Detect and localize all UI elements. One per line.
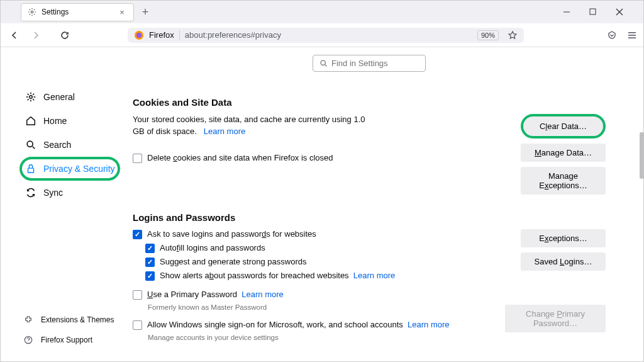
svg-point-15 — [321, 60, 325, 65]
breach-alerts-checkbox[interactable] — [145, 271, 155, 281]
sidebar-item-support[interactable]: Firefox Support — [19, 330, 120, 350]
sso-hint: Manage accounts in your device settings — [148, 334, 511, 341]
sidebar: General Home Search Privacy & Security S… — [1, 47, 126, 361]
svg-point-6 — [136, 33, 142, 38]
lock-icon — [25, 162, 37, 175]
delete-on-close-label: Delete cookies and site data when Firefo… — [147, 153, 333, 162]
sidebar-item-privacy[interactable]: Privacy & Security — [19, 157, 120, 181]
toolbar: Firefox about:preferences#privacy 90% — [1, 23, 643, 47]
sidebar-item-extensions[interactable]: Extensions & Themes — [19, 310, 120, 330]
sync-icon — [25, 186, 37, 199]
manage-data-button[interactable]: Manage Data… — [521, 144, 606, 162]
primary-password-checkbox[interactable] — [133, 290, 142, 300]
ask-save-label: Ask to save logins and passwords for web… — [147, 229, 316, 239]
breach-alerts-label: Show alerts about passwords for breached… — [160, 271, 395, 280]
primary-learn-more-link[interactable]: Learn more — [242, 290, 283, 299]
main-content: Find in Settings Cookies and Site Data Y… — [126, 47, 643, 361]
svg-point-11 — [27, 141, 33, 147]
sso-checkbox[interactable] — [133, 320, 142, 330]
search-icon — [319, 59, 328, 67]
bookmark-icon[interactable] — [508, 30, 518, 40]
svg-line-16 — [325, 65, 326, 66]
url-bar[interactable]: Firefox about:preferences#privacy 90% — [128, 28, 524, 43]
question-icon — [22, 334, 35, 346]
svg-rect-7 — [628, 32, 636, 33]
new-tab-button[interactable]: + — [136, 3, 154, 21]
primary-formerly-hint: Formerly known as Master Password — [148, 303, 511, 311]
manage-exceptions-button[interactable]: Manage Exceptions… — [521, 167, 606, 195]
sidebar-item-label: Extensions & Themes — [41, 315, 114, 324]
logins-section-title: Logins and Passwords — [133, 212, 606, 223]
cookies-learn-more-link[interactable]: Learn more — [204, 127, 245, 136]
gear-icon — [28, 8, 36, 16]
sidebar-item-label: Firefox Support — [41, 336, 92, 344]
zoom-badge[interactable]: 90% — [477, 30, 499, 40]
maximize-button[interactable] — [589, 8, 604, 16]
minimize-button[interactable] — [563, 8, 578, 16]
back-button[interactable] — [7, 28, 22, 43]
sidebar-item-label: Privacy & Security — [43, 164, 115, 174]
sidebar-item-label: Home — [43, 116, 67, 126]
url-text: about:preferences#privacy — [179, 30, 281, 40]
sso-learn-more-link[interactable]: Learn more — [408, 320, 449, 329]
sidebar-item-search[interactable]: Search — [19, 133, 120, 157]
suggest-passwords-label: Suggest and generate strong passwords — [160, 257, 306, 266]
search-placeholder: Find in Settings — [331, 59, 388, 68]
scrollbar[interactable] — [640, 132, 644, 179]
tab-bar: Settings × + — [1, 1, 643, 23]
saved-logins-button[interactable]: Saved Logins… — [521, 252, 606, 271]
breach-learn-more-link[interactable]: Learn more — [353, 271, 395, 280]
svg-point-0 — [31, 11, 33, 13]
close-window-button[interactable] — [616, 8, 631, 16]
svg-rect-13 — [28, 168, 34, 173]
autofill-checkbox[interactable] — [145, 244, 155, 253]
settings-search-input[interactable]: Find in Settings — [313, 55, 426, 72]
reload-button[interactable] — [57, 28, 72, 43]
svg-rect-2 — [590, 9, 596, 14]
puzzle-icon — [22, 314, 35, 326]
firefox-logo-icon — [134, 30, 144, 40]
gear-icon — [25, 91, 37, 103]
sso-label: Allow Windows single sign-on for Microso… — [147, 320, 450, 329]
suggest-passwords-checkbox[interactable] — [145, 257, 155, 267]
ask-save-checkbox[interactable] — [133, 230, 142, 239]
home-icon — [25, 115, 37, 127]
cookies-section-title: Cookies and Site Data — [133, 97, 606, 108]
logins-exceptions-button[interactable]: Exceptions… — [521, 229, 606, 247]
browser-tab[interactable]: Settings × — [21, 3, 134, 21]
clear-data-button[interactable]: Clear Data… — [521, 114, 606, 139]
sidebar-item-sync[interactable]: Sync — [19, 181, 120, 205]
sidebar-item-label: Sync — [43, 188, 63, 198]
autofill-label: Autofill logins and passwords — [160, 243, 265, 252]
tab-title: Settings — [42, 8, 112, 16]
delete-on-close-checkbox[interactable] — [133, 154, 142, 163]
cookies-description: Your stored cookies, site data, and cach… — [133, 114, 365, 138]
search-icon — [25, 139, 37, 151]
svg-point-10 — [30, 96, 33, 99]
sidebar-item-label: General — [43, 92, 75, 102]
svg-rect-8 — [628, 35, 636, 36]
primary-password-label: Use a Primary Password Learn more — [147, 290, 284, 299]
sidebar-item-home[interactable]: Home — [19, 109, 120, 133]
close-tab-icon[interactable]: × — [117, 8, 127, 17]
change-primary-password-button: Change Primary Password… — [505, 305, 606, 332]
sidebar-item-label: Search — [43, 140, 71, 150]
forward-button[interactable] — [28, 28, 43, 43]
url-prefix: Firefox — [149, 30, 174, 40]
svg-rect-9 — [628, 37, 636, 38]
sidebar-item-general[interactable]: General — [19, 85, 120, 109]
svg-line-12 — [33, 147, 35, 149]
pocket-icon[interactable] — [607, 30, 617, 40]
app-menu-icon[interactable] — [627, 30, 637, 40]
